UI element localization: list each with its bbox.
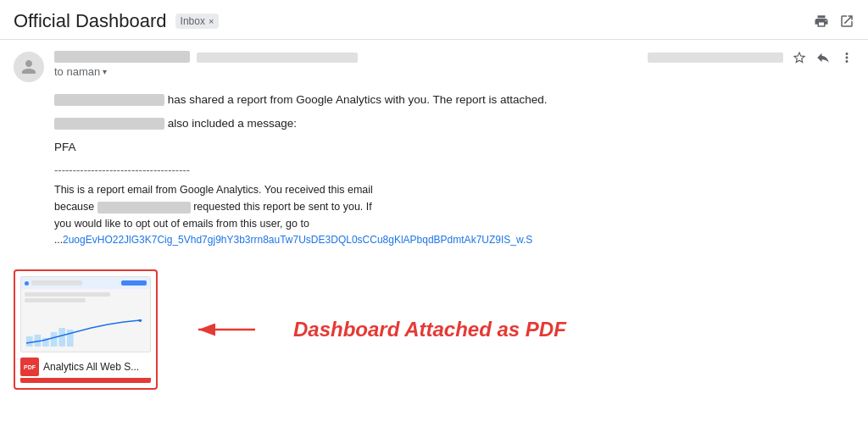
dashboard-annotation-text: Dashboard Attached as PDF — [293, 318, 566, 341]
sender-name-row — [54, 50, 637, 63]
attachment-thumbnail — [20, 276, 151, 352]
arrow-container — [192, 317, 259, 342]
pdf-icon: PDF — [20, 358, 39, 376]
pfa-text: PFA — [54, 141, 854, 153]
opt-out-link[interactable]: 2uogEvHO22JlG3K7Cig_5Vhd7gj9hY3b3rrn8auT… — [63, 234, 532, 246]
open-in-new-icon[interactable] — [839, 14, 854, 29]
inbox-badge[interactable]: Inbox × — [175, 14, 220, 29]
requester-redacted — [97, 202, 191, 214]
message-line-1: has shared a report from Google Analytic… — [54, 91, 854, 109]
footer-text: This is a report email from Google Analy… — [54, 181, 563, 232]
thumb-title-bar — [31, 280, 82, 286]
header-actions — [814, 14, 854, 29]
bottom-section: PDF Analytics All Web S... Dashboard Att… — [0, 256, 868, 390]
svg-rect-3 — [51, 332, 58, 347]
pdf-stripe — [20, 378, 151, 383]
to-naman: to naman ▾ — [54, 65, 637, 78]
thumb-header — [21, 277, 150, 289]
print-icon[interactable] — [814, 14, 829, 29]
star-icon[interactable] — [792, 50, 807, 65]
sender-info: to naman ▾ — [54, 50, 637, 78]
thumb-chart — [25, 319, 147, 347]
sender-actions — [648, 50, 854, 65]
link-row: ... 2uogEvHO22JlG3K7Cig_5Vhd7gj9hY3b3rrn… — [54, 234, 854, 246]
attachment-label: PDF Analytics All Web S... — [20, 356, 151, 378]
sender-email-redacted — [197, 53, 358, 63]
email-body: to naman ▾ has shared a report from Goog… — [0, 40, 868, 256]
more-icon[interactable] — [839, 50, 854, 65]
chevron-down-icon[interactable]: ▾ — [103, 67, 107, 76]
arrow-icon — [192, 317, 259, 342]
email-title: Official Dashboard — [14, 10, 167, 32]
close-badge-button[interactable]: × — [209, 16, 214, 26]
svg-rect-0 — [26, 336, 33, 347]
thumb-line-1 — [25, 292, 110, 297]
sender-name-redacted-2 — [54, 94, 164, 106]
avatar — [14, 52, 44, 82]
timestamp-redacted — [648, 53, 783, 63]
sender-name-redacted — [54, 51, 190, 63]
inbox-label: Inbox — [181, 15, 205, 27]
thumb-body — [21, 289, 150, 306]
reply-icon[interactable] — [815, 50, 831, 65]
message-content: has shared a report from Google Analytic… — [14, 91, 854, 246]
attachment-name: Analytics All Web S... — [43, 361, 139, 373]
svg-rect-4 — [58, 328, 65, 347]
thumb-line-2 — [25, 298, 86, 302]
thumb-dot-1 — [25, 281, 29, 286]
svg-rect-5 — [67, 330, 74, 347]
svg-point-6 — [138, 319, 142, 322]
sender-name-redacted-3 — [54, 118, 164, 130]
sender-row: to naman ▾ — [14, 50, 854, 82]
thumb-button — [121, 280, 147, 286]
message-line-2: also included a message: — [54, 114, 854, 133]
attachment-box[interactable]: PDF Analytics All Web S... — [14, 269, 158, 390]
email-header: Official Dashboard Inbox × — [0, 0, 868, 40]
divider: ------------------------------------- — [54, 164, 854, 176]
